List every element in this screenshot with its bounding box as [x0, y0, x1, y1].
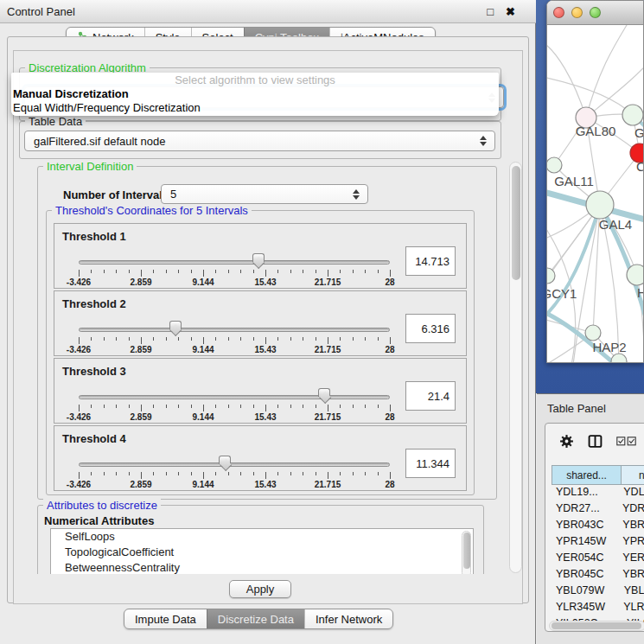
network-window: GAL80 GA C GAL11 GAL4 GCY1 H HAP2 [546, 0, 644, 363]
network-window-titlebar [547, 1, 643, 25]
interval-definition-group: Interval Definition Number of Intervals … [37, 166, 497, 500]
numerical-attributes-label: Numerical Attributes [44, 514, 154, 527]
threshold-value-field[interactable]: 11.344 [405, 449, 456, 478]
column-header-shared-name[interactable]: shared... [552, 465, 622, 485]
settings-scrollbar-thumb[interactable] [512, 166, 520, 280]
node-label-gcy1: GCY1 [547, 286, 577, 301]
table-row[interactable]: YER054CYER0 [552, 552, 644, 568]
threshold-label: Threshold 4 [62, 432, 126, 445]
minimize-traffic-light-icon[interactable] [571, 7, 583, 18]
close-panel-icon[interactable]: ✖ [506, 5, 515, 18]
slider-ticks [79, 472, 390, 480]
node-label-gal11: GAL11 [554, 174, 594, 188]
bottom-tab-bar: Impute DataDiscretize DataInfer Network [124, 609, 393, 629]
combo-arrows-icon [353, 189, 360, 200]
slider-tick-labels: -3.4262.8599.14415.4321.71528 [79, 412, 390, 423]
node-hap2[interactable] [585, 325, 601, 341]
attributes-scrollbar[interactable] [462, 531, 471, 574]
tab-discretize-data[interactable]: Discretize Data [207, 609, 304, 628]
network-canvas[interactable]: GAL80 GA C GAL11 GAL4 GCY1 H HAP2 [547, 25, 644, 362]
node-gcy1[interactable] [547, 268, 555, 284]
threshold-slider-track[interactable] [79, 328, 390, 332]
column-header-name[interactable]: n [621, 465, 644, 485]
threshold-slider-thumb[interactable] [169, 321, 182, 329]
numerical-attributes-list[interactable]: SelfLoopsTopologicalCoefficientBetweenne… [50, 528, 474, 574]
node-label-c-partial: C [636, 159, 644, 174]
table-row[interactable]: YLR345WYLR3 [552, 601, 644, 617]
threshold-value-field[interactable]: 21.4 [405, 381, 456, 411]
table-row[interactable]: YBR045CYBR0 [552, 568, 644, 584]
node-ga-partial[interactable] [622, 105, 643, 125]
threshold-label: Threshold 3 [62, 365, 126, 378]
apply-button[interactable]: Apply [229, 580, 291, 598]
attribute-item[interactable]: TopologicalCoefficient [51, 545, 473, 560]
node-gal4[interactable] [586, 191, 614, 219]
threshold-value-field[interactable]: 6.316 [405, 314, 456, 343]
zoom-traffic-light-icon[interactable] [590, 7, 601, 18]
threshold-slider-thumb[interactable] [219, 456, 231, 464]
table-data-value: galFiltered.sif default node [34, 135, 165, 148]
float-window-icon[interactable]: □ [487, 5, 494, 18]
number-of-intervals-combobox[interactable]: 5 [161, 184, 368, 204]
table-row[interactable]: YPR145WYPR1 [552, 535, 644, 552]
node-h-partial[interactable] [627, 265, 644, 285]
table-hscrollbar[interactable] [549, 621, 644, 631]
threshold-slider-thumb[interactable] [252, 253, 265, 262]
threshold-label: Threshold 1 [62, 230, 126, 243]
threshold-label: Threshold 2 [62, 297, 126, 310]
gear-icon[interactable] [559, 434, 574, 449]
algorithm-prompt: Select algorithm to view settings [11, 73, 499, 87]
control-panel: Control Panel □ ✖ NetworkStyleSelectCyni… [0, 0, 536, 644]
slider-tick-labels: -3.4262.8599.14415.4321.71528 [79, 277, 390, 288]
table-panel-section: Table Panel shared... [537, 393, 644, 644]
threshold-2-box: Threshold 2 -3.4262.8599.14415.4321.7152… [54, 290, 467, 356]
table-row[interactable]: YDR27...YDR2 [552, 502, 644, 519]
settings-scrollbar[interactable] [509, 162, 522, 573]
network-graph: GAL80 GA C GAL11 GAL4 GCY1 H HAP2 [547, 25, 644, 362]
slider-tick-labels: -3.4262.8599.14415.4321.71528 [79, 345, 390, 355]
thresholds-group: Threshold's Coordinates for 5 Intervals … [46, 210, 475, 495]
threshold-3-box: Threshold 3 -3.4262.8599.14415.4321.7152… [54, 358, 467, 424]
threshold-slider-track[interactable] [79, 260, 390, 265]
combo-arrows-icon [480, 136, 487, 146]
table-data-label: Table Data [25, 115, 86, 128]
slider-ticks [79, 270, 390, 277]
algorithm-dropdown-popup: Select algorithm to view settings Manual… [11, 73, 499, 116]
attribute-item[interactable]: BetweennessCentrality [51, 560, 473, 574]
select-columns-checkboxes-icon[interactable] [616, 437, 637, 446]
node-label-gal4: GAL4 [599, 217, 632, 232]
threshold-slider-track[interactable] [79, 395, 390, 399]
threshold-slider-track[interactable] [79, 462, 390, 467]
table-row[interactable]: YBR043CYBR0 [552, 519, 644, 535]
control-panel-title: Control Panel [7, 5, 75, 18]
threshold-4-box: Threshold 4 -3.4262.8599.14415.4321.7152… [54, 425, 467, 491]
number-of-intervals-label: Number of Intervals [63, 188, 169, 201]
number-of-intervals-value: 5 [170, 188, 176, 201]
slider-ticks [79, 405, 390, 412]
attributes-group-label: Attributes to discretize [43, 499, 161, 512]
tab-infer-network[interactable]: Infer Network [304, 609, 392, 628]
node-label-hap2: HAP2 [592, 340, 626, 354]
interval-definition-label: Interval Definition [43, 161, 137, 173]
algorithm-option-equal-width[interactable]: Equal Width/Frequency Discretization [11, 101, 499, 115]
control-panel-titlebar: Control Panel □ ✖ [0, 0, 536, 23]
slider-tick-labels: -3.4262.8599.14415.4321.71528 [79, 480, 390, 490]
attributes-group: Attributes to discretize Numerical Attri… [37, 505, 484, 574]
node-label-h-partial: H [637, 285, 644, 300]
threshold-slider-thumb[interactable] [318, 388, 330, 397]
settings-scroll-viewport: Interval Definition Number of Intervals … [17, 161, 507, 574]
table-row[interactable]: YDL19...YDL1 [552, 486, 644, 502]
algorithm-option-manual[interactable]: Manual Discretization [11, 87, 499, 101]
column-view-icon[interactable] [588, 434, 603, 449]
node-gal11[interactable] [547, 157, 562, 173]
threshold-value-field[interactable]: 14.713 [405, 246, 456, 276]
table-data-combobox[interactable]: galFiltered.sif default node [24, 131, 495, 151]
slider-ticks [79, 337, 390, 345]
tab-impute-data[interactable]: Impute Data [124, 609, 207, 628]
table-row[interactable]: YBL079WYBL0 [552, 584, 644, 601]
node-table: shared... n YDL19...YDL1YDR27...YDR2YBR0… [545, 423, 644, 632]
threshold-1-box: Threshold 1 -3.4262.8599.14415.4321.7152… [54, 223, 467, 289]
node-label-ga-partial: GA [634, 125, 644, 140]
attribute-item[interactable]: SelfLoops [51, 529, 473, 545]
close-traffic-light-icon[interactable] [553, 7, 564, 18]
